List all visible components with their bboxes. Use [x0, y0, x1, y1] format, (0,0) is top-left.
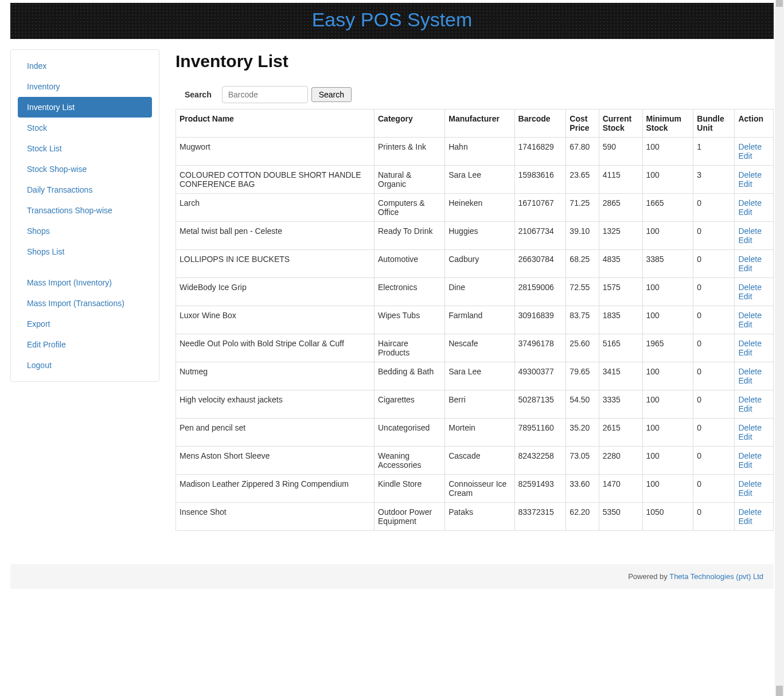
- sidebar-item-mass-import-transactions[interactable]: Mass Import (Transactions): [18, 293, 152, 314]
- table-row: LarchComputers & OfficeHeineken167107677…: [176, 194, 774, 222]
- td-product-name: WideBody Ice Grip: [176, 278, 375, 306]
- sidebar-item-transactions-shop-wise[interactable]: Transactions Shop-wise: [18, 200, 152, 221]
- main-content: Inventory List Search Search Product Nam…: [175, 49, 774, 531]
- footer-link[interactable]: Theta Technologies (pvt) Ltd: [669, 572, 763, 581]
- td-barcode: 78951160: [514, 419, 566, 447]
- td-bundle-unit: 0: [693, 334, 735, 362]
- td-current-stock: 590: [599, 138, 642, 166]
- td-cost-price: 73.05: [566, 447, 599, 475]
- footer-prefix: Powered by: [628, 572, 669, 581]
- delete-link[interactable]: Delete: [738, 395, 770, 404]
- td-cost-price: 67.80: [566, 138, 599, 166]
- table-row: Pen and pencil setUncategorisedMortein78…: [176, 419, 774, 447]
- delete-link[interactable]: Delete: [738, 339, 770, 348]
- scrollbar-thumb[interactable]: [776, 0, 783, 7]
- delete-link[interactable]: Delete: [738, 451, 770, 460]
- sidebar-item-logout[interactable]: Logout: [18, 355, 152, 376]
- td-barcode: 16710767: [514, 194, 566, 222]
- scrollbar-vertical[interactable]: [775, 0, 784, 589]
- table-row: MugwortPrinters & InkHahn1741682967.8059…: [176, 138, 774, 166]
- td-barcode: 49300377: [514, 362, 566, 390]
- edit-link[interactable]: Edit: [738, 432, 770, 441]
- td-category: Cigarettes: [375, 390, 445, 419]
- td-bundle-unit: 0: [693, 222, 735, 250]
- td-minimum-stock: 100: [642, 419, 693, 447]
- td-action: DeleteEdit: [735, 166, 774, 194]
- td-minimum-stock: 100: [642, 138, 693, 166]
- delete-link[interactable]: Delete: [738, 479, 770, 488]
- sidebar-item-inventory[interactable]: Inventory: [18, 76, 152, 97]
- edit-link[interactable]: Edit: [738, 376, 770, 385]
- th-cost-price: Cost Price: [566, 110, 599, 138]
- edit-link[interactable]: Edit: [738, 179, 770, 189]
- td-manufacturer: Dine: [445, 278, 514, 306]
- sidebar-item-daily-transactions[interactable]: Daily Transactions: [18, 179, 152, 200]
- delete-link[interactable]: Delete: [738, 423, 770, 432]
- delete-link[interactable]: Delete: [738, 255, 770, 264]
- th-manufacturer: Manufacturer: [445, 110, 514, 138]
- td-action: DeleteEdit: [735, 138, 774, 166]
- app-title: Easy POS System: [10, 3, 774, 39]
- edit-link[interactable]: Edit: [738, 517, 770, 526]
- sidebar-item-index[interactable]: Index: [18, 56, 152, 76]
- td-manufacturer: Connoisseur Ice Cream: [445, 475, 514, 503]
- sidebar-item-inventory-list[interactable]: Inventory List: [18, 97, 152, 118]
- delete-link[interactable]: Delete: [738, 142, 770, 151]
- delete-link[interactable]: Delete: [738, 226, 770, 236]
- td-product-name: Mugwort: [176, 138, 375, 166]
- sidebar-item-edit-profile[interactable]: Edit Profile: [18, 334, 152, 355]
- sidebar-item-stock-list[interactable]: Stock List: [18, 138, 152, 159]
- edit-link[interactable]: Edit: [738, 236, 770, 245]
- td-manufacturer: Cascade: [445, 447, 514, 475]
- td-product-name: Needle Out Polo with Bold Stripe Collar …: [176, 334, 375, 362]
- sidebar-item-export[interactable]: Export: [18, 314, 152, 334]
- td-cost-price: 83.75: [566, 306, 599, 334]
- delete-link[interactable]: Delete: [738, 198, 770, 208]
- edit-link[interactable]: Edit: [738, 292, 770, 301]
- sidebar-item-shops-list[interactable]: Shops List: [18, 241, 152, 262]
- td-cost-price: 62.20: [566, 503, 599, 531]
- td-minimum-stock: 3385: [642, 250, 693, 278]
- edit-link[interactable]: Edit: [738, 348, 770, 357]
- edit-link[interactable]: Edit: [738, 404, 770, 413]
- sidebar-item-shops[interactable]: Shops: [18, 221, 152, 241]
- td-minimum-stock: 100: [642, 306, 693, 334]
- edit-link[interactable]: Edit: [738, 460, 770, 470]
- td-action: DeleteEdit: [735, 278, 774, 306]
- td-product-name: Madison Leather Zippered 3 Ring Compendi…: [176, 475, 375, 503]
- search-input[interactable]: [222, 86, 308, 103]
- td-barcode: 82432258: [514, 447, 566, 475]
- sidebar-item-mass-import-inventory[interactable]: Mass Import (Inventory): [18, 272, 152, 293]
- th-barcode: Barcode: [514, 110, 566, 138]
- delete-link[interactable]: Delete: [738, 367, 770, 376]
- td-barcode: 83372315: [514, 503, 566, 531]
- delete-link[interactable]: Delete: [738, 170, 770, 179]
- sidebar-item-stock-shop-wise[interactable]: Stock Shop-wise: [18, 159, 152, 179]
- td-category: Ready To Drink: [375, 222, 445, 250]
- delete-link[interactable]: Delete: [738, 507, 770, 517]
- td-bundle-unit: 0: [693, 278, 735, 306]
- edit-link[interactable]: Edit: [738, 320, 770, 329]
- edit-link[interactable]: Edit: [738, 151, 770, 161]
- td-current-stock: 5165: [599, 334, 642, 362]
- td-manufacturer: Sara Lee: [445, 362, 514, 390]
- search-button[interactable]: Search: [311, 87, 352, 102]
- td-category: Outdoor Power Equipment: [375, 503, 445, 531]
- table-row: Insence ShotOutdoor Power EquipmentPatak…: [176, 503, 774, 531]
- td-product-name: Pen and pencil set: [176, 419, 375, 447]
- td-product-name: Insence Shot: [176, 503, 375, 531]
- delete-link[interactable]: Delete: [738, 283, 770, 292]
- sidebar-item-stock[interactable]: Stock: [18, 118, 152, 138]
- td-category: Electronics: [375, 278, 445, 306]
- td-bundle-unit: 0: [693, 362, 735, 390]
- edit-link[interactable]: Edit: [738, 488, 770, 498]
- td-manufacturer: Mortein: [445, 419, 514, 447]
- delete-link[interactable]: Delete: [738, 311, 770, 320]
- td-current-stock: 2865: [599, 194, 642, 222]
- edit-link[interactable]: Edit: [738, 264, 770, 273]
- td-bundle-unit: 0: [693, 306, 735, 334]
- td-category: Printers & Ink: [375, 138, 445, 166]
- sidebar: IndexInventoryInventory ListStockStock L…: [10, 49, 159, 382]
- footer: Powered by Theta Technologies (pvt) Ltd: [10, 564, 774, 589]
- edit-link[interactable]: Edit: [738, 208, 770, 217]
